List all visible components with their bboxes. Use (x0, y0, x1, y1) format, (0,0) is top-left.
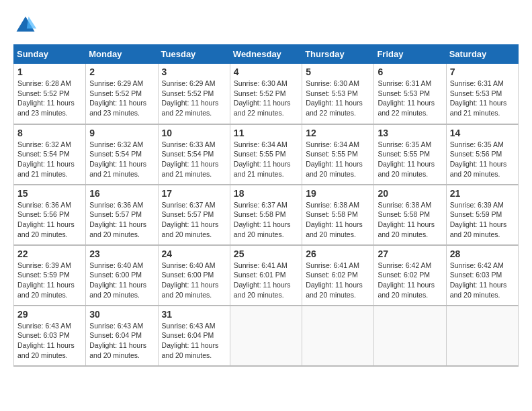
header-row: SundayMondayTuesdayWednesdayThursdayFrid… (14, 45, 519, 64)
calendar-cell: 14Sunrise: 6:35 AMSunset: 5:56 PMDayligh… (446, 124, 518, 185)
calendar-cell: 25Sunrise: 6:41 AMSunset: 6:01 PMDayligh… (230, 245, 302, 306)
day-number: 28 (450, 248, 515, 259)
day-info: Sunrise: 6:39 AMSunset: 5:59 PMDaylight:… (17, 261, 82, 300)
weekday-header-tuesday: Tuesday (158, 45, 230, 64)
day-number: 1 (17, 66, 82, 77)
day-info: Sunrise: 6:35 AMSunset: 5:55 PMDaylight:… (378, 140, 442, 179)
day-info: Sunrise: 6:36 AMSunset: 5:57 PMDaylight:… (89, 200, 154, 240)
week-row-1: 1Sunrise: 6:28 AMSunset: 5:52 PMDaylight… (14, 64, 519, 124)
week-row-5: 29Sunrise: 6:43 AMSunset: 6:03 PMDayligh… (14, 306, 519, 366)
calendar-cell: 15Sunrise: 6:36 AMSunset: 5:56 PMDayligh… (14, 185, 86, 245)
week-row-2: 8Sunrise: 6:32 AMSunset: 5:54 PMDaylight… (14, 124, 519, 185)
calendar-cell: 4Sunrise: 6:30 AMSunset: 5:52 PMDaylight… (230, 64, 302, 124)
weekday-header-sunday: Sunday (14, 45, 86, 64)
day-info: Sunrise: 6:43 AMSunset: 6:03 PMDaylight:… (17, 321, 82, 361)
day-info: Sunrise: 6:42 AMSunset: 6:03 PMDaylight:… (450, 261, 515, 300)
day-number: 20 (378, 188, 442, 199)
day-number: 9 (89, 128, 154, 138)
day-number: 10 (162, 128, 226, 138)
day-number: 23 (89, 248, 154, 259)
calendar-cell: 31Sunrise: 6:43 AMSunset: 6:04 PMDayligh… (158, 306, 230, 366)
day-info: Sunrise: 6:40 AMSunset: 6:00 PMDaylight:… (162, 261, 226, 300)
day-number: 26 (306, 248, 370, 259)
day-number: 24 (162, 248, 226, 259)
calendar-cell: 17Sunrise: 6:37 AMSunset: 5:57 PMDayligh… (158, 185, 230, 245)
day-info: Sunrise: 6:32 AMSunset: 5:54 PMDaylight:… (17, 140, 82, 179)
day-number: 22 (17, 248, 82, 259)
calendar-table: SundayMondayTuesdayWednesdayThursdayFrid… (13, 44, 519, 367)
day-info: Sunrise: 6:36 AMSunset: 5:56 PMDaylight:… (17, 200, 82, 240)
calendar-cell: 21Sunrise: 6:39 AMSunset: 5:59 PMDayligh… (446, 185, 518, 245)
day-info: Sunrise: 6:41 AMSunset: 6:01 PMDaylight:… (234, 261, 298, 300)
day-number: 5 (306, 66, 370, 77)
logo-icon (13, 13, 38, 38)
calendar-cell: 2Sunrise: 6:29 AMSunset: 5:52 PMDaylight… (86, 64, 158, 124)
calendar-cell: 20Sunrise: 6:38 AMSunset: 5:58 PMDayligh… (374, 185, 446, 245)
calendar-cell: 1Sunrise: 6:28 AMSunset: 5:52 PMDaylight… (14, 64, 86, 124)
day-number: 19 (306, 188, 370, 199)
day-number: 11 (234, 128, 298, 138)
day-info: Sunrise: 6:38 AMSunset: 5:58 PMDaylight:… (378, 200, 442, 240)
day-info: Sunrise: 6:30 AMSunset: 5:53 PMDaylight:… (306, 79, 370, 118)
day-info: Sunrise: 6:30 AMSunset: 5:52 PMDaylight:… (234, 79, 298, 118)
calendar-cell: 27Sunrise: 6:42 AMSunset: 6:02 PMDayligh… (374, 245, 446, 306)
day-info: Sunrise: 6:42 AMSunset: 6:02 PMDaylight:… (378, 261, 442, 300)
day-info: Sunrise: 6:31 AMSunset: 5:53 PMDaylight:… (378, 79, 442, 118)
calendar-cell (302, 306, 374, 366)
day-info: Sunrise: 6:29 AMSunset: 5:52 PMDaylight:… (162, 79, 226, 118)
calendar-cell: 6Sunrise: 6:31 AMSunset: 5:53 PMDaylight… (374, 64, 446, 124)
calendar-cell: 24Sunrise: 6:40 AMSunset: 6:00 PMDayligh… (158, 245, 230, 306)
day-number: 7 (450, 66, 515, 77)
day-info: Sunrise: 6:35 AMSunset: 5:56 PMDaylight:… (450, 140, 515, 179)
day-number: 14 (450, 128, 515, 138)
day-number: 12 (306, 128, 370, 138)
day-number: 29 (17, 309, 82, 320)
calendar-cell: 5Sunrise: 6:30 AMSunset: 5:53 PMDaylight… (302, 64, 374, 124)
day-number: 4 (234, 66, 298, 77)
day-number: 15 (17, 188, 82, 199)
week-row-3: 15Sunrise: 6:36 AMSunset: 5:56 PMDayligh… (14, 185, 519, 245)
week-row-4: 22Sunrise: 6:39 AMSunset: 5:59 PMDayligh… (14, 245, 519, 306)
calendar-cell (374, 306, 446, 366)
calendar-cell: 28Sunrise: 6:42 AMSunset: 6:03 PMDayligh… (446, 245, 518, 306)
calendar-cell: 23Sunrise: 6:40 AMSunset: 6:00 PMDayligh… (86, 245, 158, 306)
calendar-cell: 26Sunrise: 6:41 AMSunset: 6:02 PMDayligh… (302, 245, 374, 306)
calendar-cell: 22Sunrise: 6:39 AMSunset: 5:59 PMDayligh… (14, 245, 86, 306)
calendar-cell: 11Sunrise: 6:34 AMSunset: 5:55 PMDayligh… (230, 124, 302, 185)
calendar-cell: 18Sunrise: 6:37 AMSunset: 5:58 PMDayligh… (230, 185, 302, 245)
day-number: 8 (17, 128, 82, 138)
day-info: Sunrise: 6:33 AMSunset: 5:54 PMDaylight:… (162, 140, 226, 179)
calendar-cell: 10Sunrise: 6:33 AMSunset: 5:54 PMDayligh… (158, 124, 230, 185)
day-number: 27 (378, 248, 442, 259)
day-info: Sunrise: 6:38 AMSunset: 5:58 PMDaylight:… (306, 200, 370, 240)
day-info: Sunrise: 6:37 AMSunset: 5:57 PMDaylight:… (162, 200, 226, 240)
weekday-header-thursday: Thursday (302, 45, 374, 64)
day-info: Sunrise: 6:40 AMSunset: 6:00 PMDaylight:… (89, 261, 154, 300)
calendar-cell: 16Sunrise: 6:36 AMSunset: 5:57 PMDayligh… (86, 185, 158, 245)
day-number: 17 (162, 188, 226, 199)
calendar-cell: 3Sunrise: 6:29 AMSunset: 5:52 PMDaylight… (158, 64, 230, 124)
day-number: 6 (378, 66, 442, 77)
weekday-header-monday: Monday (86, 45, 158, 64)
day-number: 18 (234, 188, 298, 199)
calendar-cell: 7Sunrise: 6:31 AMSunset: 5:53 PMDaylight… (446, 64, 518, 124)
calendar-cell: 29Sunrise: 6:43 AMSunset: 6:03 PMDayligh… (14, 306, 86, 366)
day-number: 31 (162, 309, 226, 320)
day-number: 13 (378, 128, 442, 138)
day-info: Sunrise: 6:29 AMSunset: 5:52 PMDaylight:… (89, 79, 154, 118)
day-number: 16 (89, 188, 154, 199)
weekday-header-saturday: Saturday (446, 45, 518, 64)
day-info: Sunrise: 6:39 AMSunset: 5:59 PMDaylight:… (450, 200, 515, 240)
calendar-cell: 9Sunrise: 6:32 AMSunset: 5:54 PMDaylight… (86, 124, 158, 185)
calendar-cell: 13Sunrise: 6:35 AMSunset: 5:55 PMDayligh… (374, 124, 446, 185)
weekday-header-wednesday: Wednesday (230, 45, 302, 64)
weekday-header-friday: Friday (374, 45, 446, 64)
calendar-cell (446, 306, 518, 366)
calendar-cell: 19Sunrise: 6:38 AMSunset: 5:58 PMDayligh… (302, 185, 374, 245)
day-number: 21 (450, 188, 515, 199)
day-info: Sunrise: 6:34 AMSunset: 5:55 PMDaylight:… (306, 140, 370, 179)
day-number: 30 (89, 309, 154, 320)
day-info: Sunrise: 6:34 AMSunset: 5:55 PMDaylight:… (234, 140, 298, 179)
logo (13, 13, 42, 38)
day-info: Sunrise: 6:37 AMSunset: 5:58 PMDaylight:… (234, 200, 298, 240)
